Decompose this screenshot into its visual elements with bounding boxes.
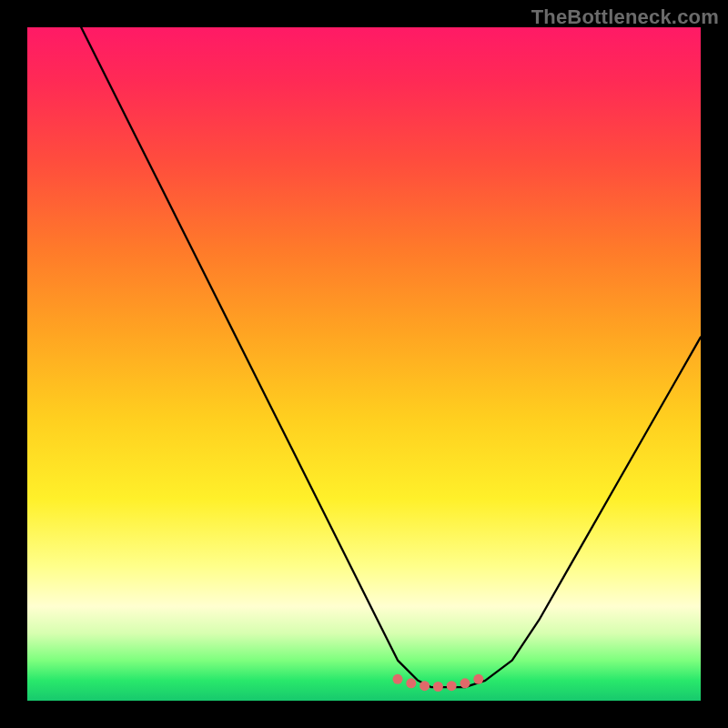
watermark-text: TheBottleneck.com: [531, 5, 719, 29]
trough-dot: [420, 681, 430, 691]
plot-area: [27, 27, 701, 701]
bottleneck-curve: [81, 27, 701, 687]
trough-dot: [447, 681, 457, 691]
trough-dot: [393, 674, 403, 684]
trough-dot: [460, 678, 470, 688]
trough-dot: [433, 682, 443, 692]
curve-svg: [27, 27, 701, 701]
trough-dot: [473, 674, 483, 684]
chart-frame: TheBottleneck.com: [0, 0, 728, 728]
trough-dots: [393, 674, 484, 692]
trough-dot: [406, 678, 416, 688]
